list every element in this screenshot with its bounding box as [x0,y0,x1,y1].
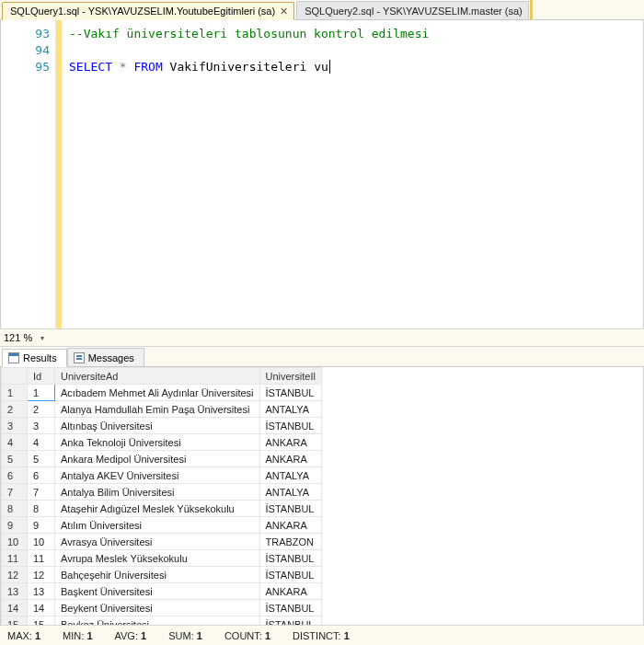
row-number[interactable]: 15 [2,616,28,626]
cell-universiteil[interactable]: İSTANBUL [259,501,321,517]
zoom-value[interactable]: 121 % [4,332,32,343]
cell-universitead[interactable]: Acıbadem Mehmet Ali Aydınlar Üniversites… [55,385,260,401]
cell-universitead[interactable]: Antalya Bilim Üniversitesi [55,484,260,501]
table-row[interactable]: 1414Beykent ÜniversitesiİSTANBUL [2,600,322,616]
table-row[interactable]: 1010Avrasya ÜniversitesiTRABZON [2,534,322,550]
stat-sum: SUM: 1 [168,630,202,641]
tab-sqlquery1[interactable]: SQLQuery1.sql - YSK\YAVUZSELIM.YoutubeEg… [2,2,294,20]
table-row[interactable]: 44Anka Teknoloji ÜniversitesiANKARA [2,434,322,451]
cell-universiteil[interactable]: İSTANBUL [259,567,321,583]
row-number[interactable]: 13 [2,583,28,600]
cell-id[interactable]: 12 [28,567,55,583]
cell-id[interactable]: 6 [28,467,55,484]
row-number[interactable]: 6 [2,467,28,484]
cell-id[interactable]: 3 [28,418,55,434]
cell-id[interactable]: 11 [28,550,55,567]
table-row[interactable]: 99Atılım ÜniversitesiANKARA [2,517,322,534]
cell-id[interactable]: 7 [28,484,55,501]
cell-universiteil[interactable]: TRABZON [259,534,321,550]
table-row[interactable]: 77Antalya Bilim ÜniversitesiANTALYA [2,484,322,501]
row-number[interactable]: 1 [2,385,28,401]
row-number[interactable]: 7 [2,484,28,501]
cell-id[interactable]: 2 [28,401,55,418]
tab-label: Messages [88,352,134,363]
cell-universitead[interactable]: Avrasya Üniversitesi [55,534,260,550]
tab-sqlquery2[interactable]: SQLQuery2.sql - YSK\YAVUZSELIM.master (s… [296,1,529,19]
cell-universitead[interactable]: Atılım Üniversitesi [55,517,260,534]
cell-universiteil[interactable]: ANKARA [259,451,321,467]
stat-count: COUNT: 1 [224,630,270,641]
row-number[interactable]: 8 [2,501,28,517]
col-id[interactable]: Id [28,368,55,385]
table-row[interactable]: 1515Beykoz ÜniversitesiİSTANBUL [2,616,322,626]
text-cursor [329,60,330,74]
cell-universitead[interactable]: Alanya Hamdullah Emin Paşa Üniversitesi [55,401,260,418]
col-universitead[interactable]: UniversiteAd [55,368,260,385]
results-grid-wrap[interactable]: Id UniversiteAd UniversiteIl 11Acıbadem … [0,367,644,625]
cell-id[interactable]: 10 [28,534,55,550]
cell-universitead[interactable]: Başkent Üniversitesi [55,583,260,600]
stat-avg: AVG: 1 [115,630,147,641]
table-row[interactable]: 11Acıbadem Mehmet Ali Aydınlar Üniversit… [2,385,322,401]
row-number[interactable]: 9 [2,517,28,534]
cell-universitead[interactable]: Ankara Medipol Üniversitesi [55,451,260,467]
table-row[interactable]: 1111Avrupa Meslek YüksekokuluİSTANBUL [2,550,322,567]
code-area[interactable]: --Vakıf üniversiteleri tablosunun kontro… [62,20,643,328]
cell-universiteil[interactable]: İSTANBUL [259,418,321,434]
cell-id[interactable]: 14 [28,600,55,616]
cell-universiteil[interactable]: ANTALYA [259,484,321,501]
cell-universiteil[interactable]: İSTANBUL [259,616,321,626]
tab-messages[interactable]: Messages [67,348,144,366]
row-number[interactable]: 5 [2,451,28,467]
table-row[interactable]: 88Ataşehir Adıgüzel Meslek YüksekokuluİS… [2,501,322,517]
cell-universiteil[interactable]: ANTALYA [259,467,321,484]
table-row[interactable]: 66Antalya AKEV ÜniversitesiANTALYA [2,467,322,484]
cell-universiteil[interactable]: ANKARA [259,434,321,451]
cell-id[interactable]: 9 [28,517,55,534]
cell-universiteil[interactable]: İSTANBUL [259,600,321,616]
row-number[interactable]: 10 [2,534,28,550]
cell-id[interactable]: 8 [28,501,55,517]
row-number[interactable]: 3 [2,418,28,434]
cell-id[interactable]: 5 [28,451,55,467]
chevron-down-icon[interactable]: ▾ [38,333,47,342]
cell-universiteil[interactable]: ANTALYA [259,401,321,418]
table-row[interactable]: 1313Başkent ÜniversitesiANKARA [2,583,322,600]
cell-universitead[interactable]: Anka Teknoloji Üniversitesi [55,434,260,451]
cell-universitead[interactable]: Ataşehir Adıgüzel Meslek Yüksekokulu [55,501,260,517]
row-number[interactable]: 12 [2,567,28,583]
results-grid[interactable]: Id UniversiteAd UniversiteIl 11Acıbadem … [1,367,322,625]
cell-universitead[interactable]: Bahçeşehir Üniversitesi [55,567,260,583]
close-icon[interactable]: ✕ [280,6,288,17]
col-universiteil[interactable]: UniversiteIl [259,368,321,385]
col-rownum[interactable] [2,368,28,385]
row-number[interactable]: 4 [2,434,28,451]
row-number[interactable]: 11 [2,550,28,567]
result-tabs: Results Messages [0,347,644,367]
table-row[interactable]: 22Alanya Hamdullah Emin Paşa Üniversites… [2,401,322,418]
cell-universiteil[interactable]: ANKARA [259,517,321,534]
line-number: 95 [1,59,50,75]
sql-keyword: SELECT [69,60,112,74]
cell-universitead[interactable]: Avrupa Meslek Yüksekokulu [55,550,260,567]
cell-id[interactable]: 13 [28,583,55,600]
line-number-gutter: 93 94 95 [1,20,56,328]
tab-label: Results [23,352,57,363]
table-row[interactable]: 33Altınbaş ÜniversitesiİSTANBUL [2,418,322,434]
cell-universitead[interactable]: Altınbaş Üniversitesi [55,418,260,434]
cell-universitead[interactable]: Beykoz Üniversitesi [55,616,260,626]
table-row[interactable]: 1212Bahçeşehir ÜniversitesiİSTANBUL [2,567,322,583]
cell-universitead[interactable]: Beykent Üniversitesi [55,600,260,616]
table-row[interactable]: 55Ankara Medipol ÜniversitesiANKARA [2,451,322,467]
cell-id[interactable]: 4 [28,434,55,451]
row-number[interactable]: 14 [2,600,28,616]
cell-id[interactable]: 1 [28,385,55,401]
row-number[interactable]: 2 [2,401,28,418]
cell-universiteil[interactable]: ANKARA [259,583,321,600]
code-editor[interactable]: 93 94 95 --Vakıf üniversiteleri tablosun… [0,20,644,328]
cell-id[interactable]: 15 [28,616,55,626]
cell-universitead[interactable]: Antalya AKEV Üniversitesi [55,467,260,484]
tab-results[interactable]: Results [2,349,67,367]
cell-universiteil[interactable]: İSTANBUL [259,550,321,567]
cell-universiteil[interactable]: İSTANBUL [259,385,321,401]
